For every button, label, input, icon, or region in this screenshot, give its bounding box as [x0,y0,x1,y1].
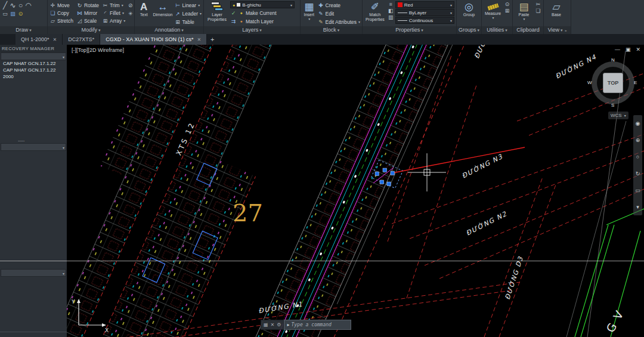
pan-icon[interactable]: ⊕ [636,137,640,143]
layer-select[interactable]: ● B-ghichu ▾ [230,1,295,8]
command-input[interactable]: ▸ Type a command [284,320,351,330]
text-button[interactable]: AText [137,1,151,17]
road-label-top-partial[interactable]: ĐƯỜNG [472,45,493,60]
recovery-item[interactable]: 2000 [0,73,67,80]
copy-button[interactable]: ❏Copy [49,9,73,17]
trim-button[interactable]: ✂Trim▾ [102,1,125,9]
grip-handle[interactable] [383,168,387,172]
stretch-button[interactable]: ▱Stretch [49,17,73,24]
paste-button[interactable]: ▤Paste▾ [515,1,533,21]
group-button[interactable]: ◎Group [459,1,479,17]
arc-tool-button[interactable]: ◠ [25,1,32,9]
wcs-selector[interactable]: WCS ▾ [608,112,628,119]
grip-handle[interactable] [380,180,384,184]
explode-button[interactable]: ✳ [127,10,134,17]
ribbon-panel-label-modify[interactable]: Modify [48,26,134,34]
close-tab-icon[interactable]: ✕ [197,37,202,42]
grip-handle[interactable] [391,171,395,175]
file-tab-3-active[interactable]: CGXD - XA XUAN THOI SON (1) cs* ✕ [100,34,207,45]
cut-icon[interactable]: ✂ [535,1,541,7]
ribbon-panel-label-view[interactable]: View » [544,26,571,34]
recovery-item[interactable]: CAP NHAT GCN.17.1.22 [0,60,67,67]
create-block-button[interactable]: ✚Create [318,1,360,9]
grip-handle[interactable] [375,172,379,176]
rotate-button[interactable]: ↻Rotate [76,1,99,9]
road-label-corner-partial[interactable]: G V [603,307,626,334]
ribbon-panel-label-properties[interactable]: Properties [363,26,456,34]
road-label-d3[interactable]: ĐƯỜNG D3 [503,255,525,301]
customize-icon[interactable]: ⚙ [277,322,281,327]
viewcube-west[interactable]: W [587,80,592,85]
recovery-item[interactable]: CAP NHAT GCN.17.1.22 [0,67,67,73]
gradient-tool-button[interactable]: ⊙ [17,10,24,17]
list-icon[interactable]: ≡ [388,1,394,7]
cad-drawing[interactable]: XTS 12 [67,45,644,337]
grip-handle[interactable] [387,182,391,186]
polyline-tool-button[interactable]: ∿ [10,1,16,9]
full-navigation-wheel-icon[interactable]: ◉ [636,120,640,126]
viewport-controls[interactable]: [-][Top][2D Wireframe] [72,47,124,53]
id-point-icon[interactable]: ⊙ [504,1,510,7]
edit-block-button[interactable]: ✎Edit [318,10,360,17]
navbar-menu-icon[interactable]: ▾ [636,204,639,210]
circle-tool-button[interactable]: ○ [17,1,24,9]
edit-attributes-button[interactable]: ✎Edit Attributes▾ [318,18,360,26]
leader-button[interactable]: ↗Leader▾ [175,10,202,17]
properties-list-icon[interactable]: ▥ [388,14,394,20]
restore-icon[interactable]: ▣ [626,47,631,52]
file-tab-2[interactable]: DC27XTS* [63,34,100,45]
ribbon-panel-label-utilities[interactable]: Utilities [482,26,512,34]
table-button[interactable]: ⊞Table [175,18,202,26]
viewcube-north[interactable]: N [611,57,615,63]
command-line[interactable]: ▦ ✕ ⚙ ▸ Type a command [261,320,351,330]
linetype-select[interactable]: Continuous ▾ [395,17,454,24]
recovery-combo-1[interactable]: ▾ [1,52,66,60]
viewcube-south[interactable]: S [611,103,614,108]
minimize-icon[interactable]: — [615,47,620,52]
close-tab-icon[interactable]: ✕ [53,37,57,42]
orbit-icon[interactable]: ↻ [636,171,640,177]
measure-button[interactable]: Measure▾ [484,1,502,20]
base-button[interactable]: ▱Base [546,1,567,17]
ribbon-panel-label-layers[interactable]: Layers [204,26,300,34]
drawing-canvas[interactable]: XTS 12 [67,45,644,337]
file-tab-1[interactable]: QH 1-2000* ✕ [16,34,63,45]
ribbon-panel-label-clipboard[interactable]: Clipboard [513,26,543,34]
lineweight-select[interactable]: ByLayer ▾ [395,9,454,16]
object-color-select[interactable]: Red ▾ [395,1,454,8]
ribbon-panel-label-groups[interactable]: Groups [457,26,481,34]
showmotion-icon[interactable]: ▭ [635,187,640,193]
erase-button[interactable]: ⊘ [127,1,134,9]
move-button[interactable]: ✛Move [49,1,73,9]
ribbon-panel-label-block[interactable]: Block [301,26,362,34]
hatch-tool-button[interactable]: ▨ [10,10,16,17]
viewcube[interactable]: N S W E TOP [589,59,637,107]
array-button[interactable]: ⊞Array▾ [102,17,125,24]
command-grid-icon[interactable]: ▦ [264,322,268,327]
command-close-icon[interactable]: ✕ [271,322,275,327]
zoom-icon[interactable]: ○ [636,154,639,160]
layer-properties-button[interactable]: Layer Properties [206,1,228,21]
linear-button[interactable]: ⊢Linear▾ [175,1,202,9]
transparency-icon[interactable]: ◧ [388,8,394,14]
fillet-button[interactable]: ◜Fillet▾ [102,9,125,17]
recovery-combo-2[interactable]: ▾ [1,143,66,151]
ribbon-expand-icon[interactable]: » [565,29,566,32]
mirror-button[interactable]: ⋈Mirror [76,9,99,17]
rectangle-tool-button[interactable]: ▭ [2,10,8,17]
dimension-button[interactable]: ↔Dimension [153,1,172,17]
ribbon-panel-label-draw[interactable]: Draw [0,26,47,34]
make-current-button[interactable]: ✓ ● Make Current [230,9,295,17]
viewcube-top-face[interactable]: TOP [603,73,623,93]
match-layer-button[interactable]: ⇉ ● Match Layer [230,17,295,25]
copy-clip-icon[interactable]: ❏ [535,8,541,14]
scale-button[interactable]: ◿Scale [76,17,99,24]
recovery-combo-3[interactable]: ▾ [1,269,66,277]
new-tab-button[interactable]: + [207,34,218,45]
quick-calc-icon[interactable]: ⊞ [504,8,510,14]
road-label-n3[interactable]: ĐƯỜNG N3 [460,152,504,180]
line-tool-button[interactable]: ╱ [2,1,8,9]
insert-button[interactable]: ▦Insert▾ [302,1,316,21]
match-properties-button[interactable]: ✐Match Properties [364,1,386,21]
close-icon[interactable]: ✕ [636,47,640,52]
